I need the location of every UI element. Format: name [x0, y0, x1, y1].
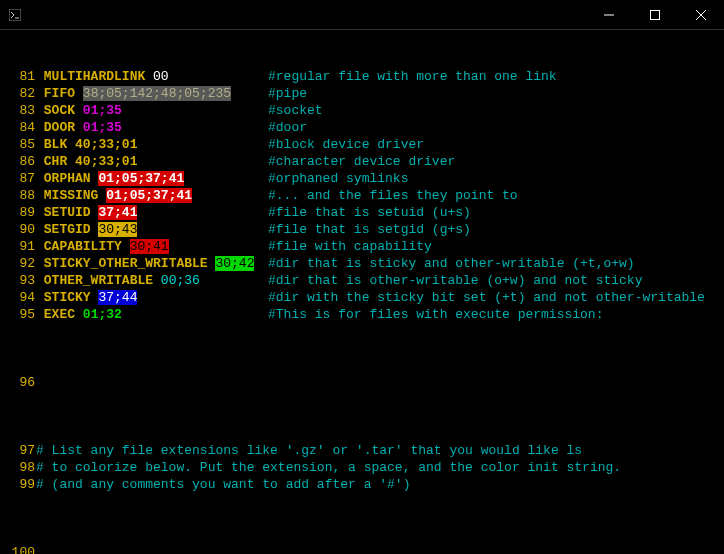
code-line: 86 CHR 40;33;01# character device driver [6, 153, 718, 170]
comment-text: regular file with more than one link [276, 68, 557, 85]
dircolors-value: 37;44 [98, 290, 137, 305]
dircolors-value: 40;33;01 [75, 154, 137, 169]
code-line: 97 # List any file extensions like '.gz'… [6, 442, 718, 459]
line-number: 87 [6, 170, 36, 187]
dircolors-key: SOCK [44, 103, 75, 118]
window-titlebar [0, 0, 724, 30]
dircolors-key: FIFO [44, 86, 75, 101]
svg-rect-3 [651, 10, 660, 19]
line-number: 83 [6, 102, 36, 119]
comment-text: character device driver [276, 153, 455, 170]
line-number: 96 [6, 374, 36, 391]
comment-text: door [276, 119, 307, 136]
comment-hash: # [268, 272, 276, 289]
dircolors-value: 00 [153, 69, 169, 84]
code-line: 91 CAPABILITY 30;41# file with capabilit… [6, 238, 718, 255]
line-number: 84 [6, 119, 36, 136]
dircolors-value: 37;41 [98, 205, 137, 220]
dircolors-value: 01;35 [83, 120, 122, 135]
line-number: 90 [6, 221, 36, 238]
comment-hash: # [268, 289, 276, 306]
comment-hash: # [268, 187, 276, 204]
dircolors-value: 01;32 [83, 307, 122, 322]
comment-hash: # [268, 102, 276, 119]
comment-text: dir that is sticky and other-writable (+… [276, 255, 635, 272]
code-line: 85 BLK 40;33;01# block device driver [6, 136, 718, 153]
code-line: 94 STICKY 37;44# dir with the sticky bit… [6, 289, 718, 306]
comment-hash: # [268, 306, 276, 323]
code-line: 95 EXEC 01;32# This is for files with ex… [6, 306, 718, 323]
dircolors-value: 01;05;37;41 [98, 171, 184, 186]
comment-text: dir that is other-writable (o+w) and not… [276, 272, 643, 289]
comment-text: block device driver [276, 136, 424, 153]
dircolors-key: MISSING [44, 188, 99, 203]
comment-text: orphaned symlinks [276, 170, 409, 187]
dircolors-value: 30;43 [98, 222, 137, 237]
dircolors-key: CAPABILITY [44, 239, 122, 254]
comment-text: # List any file extensions like '.gz' or… [36, 442, 582, 459]
dircolors-key: SETGID [44, 222, 91, 237]
svg-rect-0 [9, 9, 21, 21]
dircolors-key: DOOR [44, 120, 75, 135]
close-button[interactable] [678, 0, 724, 30]
line-number: 89 [6, 204, 36, 221]
code-line: 100 [6, 544, 718, 554]
code-line: 82 FIFO 38;05;142;48;05;235# pipe [6, 85, 718, 102]
comment-hash: # [268, 153, 276, 170]
maximize-button[interactable] [632, 0, 678, 30]
comment-text: ... and the files they point to [276, 187, 518, 204]
line-number: 98 [6, 459, 36, 476]
comment-hash: # [268, 136, 276, 153]
comment-text: file with capability [276, 238, 432, 255]
line-number: 97 [6, 442, 36, 459]
comment-hash: # [268, 85, 276, 102]
line-number: 82 [6, 85, 36, 102]
dircolors-value: 01;05;37;41 [106, 188, 192, 203]
code-line: 96 [6, 374, 718, 391]
code-line: 84 DOOR 01;35# door [6, 119, 718, 136]
line-number: 94 [6, 289, 36, 306]
line-number: 86 [6, 153, 36, 170]
dircolors-key: BLK [44, 137, 67, 152]
comment-hash: # [268, 238, 276, 255]
code-line: 81 MULTIHARDLINK 00# regular file with m… [6, 68, 718, 85]
line-number: 99 [6, 476, 36, 493]
comment-hash: # [268, 119, 276, 136]
line-number: 81 [6, 68, 36, 85]
dircolors-key: EXEC [44, 307, 75, 322]
terminal-content[interactable]: 81 MULTIHARDLINK 00# regular file with m… [0, 30, 724, 554]
code-line: 89 SETUID 37;41# file that is setuid (u+… [6, 204, 718, 221]
dircolors-value: 00;36 [161, 273, 200, 288]
comment-text: # to colorize below. Put the extension, … [36, 459, 621, 476]
dircolors-key: OTHER_WRITABLE [44, 273, 153, 288]
comment-text: dir with the sticky bit set (+t) and not… [276, 289, 705, 306]
code-line: 90 SETGID 30;43# file that is setgid (g+… [6, 221, 718, 238]
code-line: 93 OTHER_WRITABLE 00;36# dir that is oth… [6, 272, 718, 289]
comment-hash: # [268, 204, 276, 221]
comment-hash: # [268, 68, 276, 85]
code-line: 88 MISSING 01;05;37;41# ... and the file… [6, 187, 718, 204]
comment-hash: # [268, 255, 276, 272]
comment-text: # (and any comments you want to add afte… [36, 476, 410, 493]
comment-text: socket [276, 102, 323, 119]
line-number: 88 [6, 187, 36, 204]
line-number: 100 [6, 544, 36, 554]
dircolors-key: MULTIHARDLINK [44, 69, 145, 84]
code-line: 87 ORPHAN 01;05;37;41# orphaned symlinks [6, 170, 718, 187]
dircolors-key: SETUID [44, 205, 91, 220]
code-line: 99 # (and any comments you want to add a… [6, 476, 718, 493]
comment-text: file that is setgid (g+s) [276, 221, 471, 238]
dircolors-key: ORPHAN [44, 171, 91, 186]
minimize-button[interactable] [586, 0, 632, 30]
dircolors-value: 40;33;01 [75, 137, 137, 152]
code-line: 83 SOCK 01;35# socket [6, 102, 718, 119]
comment-text: This is for files with execute permissio… [276, 306, 604, 323]
line-number: 93 [6, 272, 36, 289]
dircolors-value: 38;05;142;48;05;235 [83, 86, 231, 101]
code-line: 92 STICKY_OTHER_WRITABLE 30;42# dir that… [6, 255, 718, 272]
app-icon [0, 0, 30, 30]
line-number: 92 [6, 255, 36, 272]
dircolors-value: 30;42 [215, 256, 254, 271]
dircolors-key: STICKY [44, 290, 91, 305]
dircolors-value: 01;35 [83, 103, 122, 118]
